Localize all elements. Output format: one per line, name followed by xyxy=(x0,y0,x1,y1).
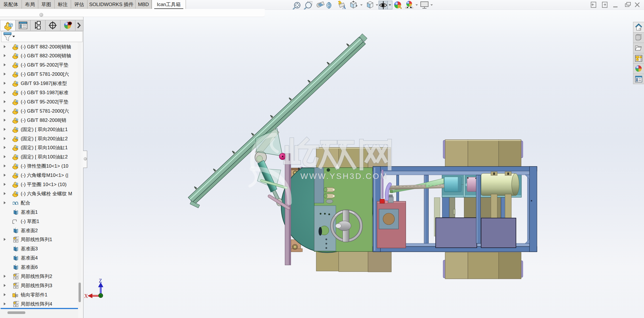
svg-text:Y: Y xyxy=(100,294,102,298)
svg-text:A: A xyxy=(342,5,346,10)
svg-text:Z: Z xyxy=(99,278,102,284)
svg-text:WWW.YSH3D.COM: WWW.YSH3D.COM xyxy=(300,172,388,181)
svg-text:X: X xyxy=(84,293,88,299)
